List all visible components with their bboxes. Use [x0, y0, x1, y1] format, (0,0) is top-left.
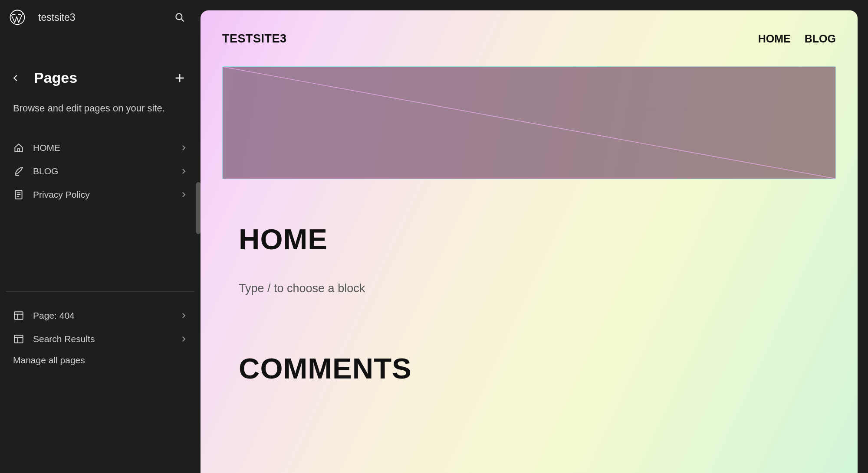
chevron-right-icon — [180, 312, 187, 320]
sidebar-item-label: Page: 404 — [33, 310, 180, 321]
template-list: Page: 404 Search Results — [0, 304, 201, 351]
sidebar-item-label: BLOG — [33, 166, 180, 176]
pages-description: Browse and edit pages on your site. — [0, 86, 201, 115]
pages-header-left: Pages — [10, 69, 77, 86]
sidebar-divider — [6, 291, 194, 292]
preview-site-title[interactable]: TESTSITE3 — [222, 32, 287, 46]
sidebar-top-bar: testsite3 — [0, 0, 201, 35]
svg-rect-11 — [14, 312, 23, 319]
sidebar: testsite3 Pages — [0, 0, 201, 473]
preview-header: TESTSITE3 HOME BLOG — [222, 32, 836, 46]
page-list: HOME BLOG — [0, 115, 201, 206]
page-preview[interactable]: TESTSITE3 HOME BLOG HOME Type / to choos… — [201, 10, 858, 473]
home-icon — [13, 142, 24, 153]
site-name[interactable]: testsite3 — [38, 12, 76, 23]
sidebar-item-label: Search Results — [33, 334, 180, 344]
preview-nav-home[interactable]: HOME — [758, 33, 791, 45]
search-button[interactable] — [172, 10, 187, 25]
layout-icon — [13, 333, 24, 345]
sidebar-item-search-results[interactable]: Search Results — [5, 327, 195, 351]
sidebar-item-page-404[interactable]: Page: 404 — [5, 304, 195, 327]
sidebar-item-blog[interactable]: BLOG — [5, 160, 195, 183]
svg-line-2 — [181, 19, 184, 21]
svg-line-17 — [223, 67, 835, 179]
preview-page-title[interactable]: HOME — [239, 222, 836, 256]
document-icon — [13, 189, 24, 200]
sidebar-item-label: Privacy Policy — [33, 189, 180, 200]
preview-wrap: TESTSITE3 HOME BLOG HOME Type / to choos… — [201, 0, 868, 473]
sidebar-item-home[interactable]: HOME — [5, 136, 195, 160]
preview-nav-blog[interactable]: BLOG — [805, 33, 836, 45]
add-page-button[interactable] — [172, 70, 187, 86]
chevron-right-icon — [180, 167, 187, 175]
layout-icon — [13, 310, 24, 321]
svg-point-1 — [176, 13, 182, 20]
quill-icon — [13, 166, 24, 177]
sidebar-item-label: HOME — [33, 143, 180, 153]
svg-rect-5 — [18, 149, 20, 152]
chevron-right-icon — [180, 191, 187, 199]
back-button[interactable] — [10, 72, 22, 84]
block-placeholder[interactable]: Type / to choose a block — [239, 282, 836, 295]
preview-nav: HOME BLOG — [758, 33, 836, 45]
scrollbar-thumb[interactable] — [196, 182, 201, 234]
pages-title: Pages — [34, 69, 77, 86]
site-identity[interactable]: testsite3 — [10, 10, 76, 25]
featured-image-placeholder[interactable] — [222, 66, 836, 179]
chevron-right-icon — [180, 144, 187, 152]
pages-header: Pages — [0, 35, 201, 86]
chevron-right-icon — [180, 335, 187, 343]
app-root: testsite3 Pages — [0, 0, 868, 473]
sidebar-item-privacy-policy[interactable]: Privacy Policy — [5, 183, 195, 206]
comments-heading: COMMENTS — [239, 352, 836, 385]
manage-all-pages-link[interactable]: Manage all pages — [0, 351, 201, 370]
wordpress-logo-icon[interactable] — [10, 10, 25, 25]
svg-rect-14 — [14, 335, 23, 343]
